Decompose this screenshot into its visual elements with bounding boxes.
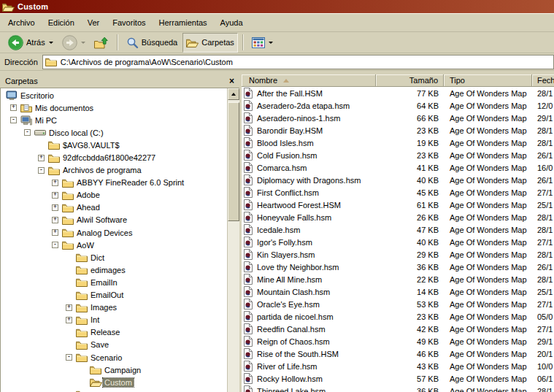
tree-item-images[interactable]: +Images <box>1 301 227 314</box>
tree-item-mi-pc[interactable]: -Mi PC <box>1 114 227 126</box>
file-row[interactable]: River of Life.hsm43 KBAge Of Wonders Map… <box>242 360 554 372</box>
collapse-icon[interactable]: - <box>52 242 58 248</box>
up-button[interactable] <box>91 33 112 53</box>
collapse-icon[interactable]: - <box>10 117 17 123</box>
expand-icon[interactable]: + <box>52 229 58 236</box>
expand-icon[interactable]: + <box>52 217 58 223</box>
file-name-cell[interactable]: Mountain Clash.hsm <box>242 286 376 297</box>
file-row[interactable]: Thinreed Lake.hsm36 KBAge Of Wonders Map… <box>242 385 554 392</box>
scroll-up-button[interactable] <box>228 88 239 100</box>
file-name-cell[interactable]: Barondir Bay.HSM <box>242 125 376 136</box>
tree-scrollbar[interactable] <box>227 88 239 392</box>
file-name-cell[interactable]: Love thy Neighbor.hsm <box>242 261 376 272</box>
file-row[interactable]: partida de nicoel.hsm23 KBAge Of Wonders… <box>242 310 554 323</box>
file-name-cell[interactable]: Honeyvale Falls.hsm <box>242 212 376 223</box>
tree-item-ahead[interactable]: +Ahead <box>1 201 227 214</box>
tree-item-alwil-software[interactable]: +Alwil Software <box>1 214 227 226</box>
file-row[interactable]: Honeyvale Falls.hsm26 KBAge Of Wonders M… <box>242 211 554 223</box>
title-bar[interactable]: Custom <box>0 0 554 13</box>
tree-item-mis-documentos[interactable]: +Mis documentos <box>1 101 227 114</box>
expand-icon[interactable]: + <box>52 204 58 211</box>
file-row[interactable]: Comarca.hsm41 KBAge Of Wonders Map16/0 <box>242 161 554 174</box>
close-icon[interactable]: × <box>229 77 234 85</box>
tree-item-archivos-de-programa[interactable]: -Archivos de programa <box>1 164 227 177</box>
file-row[interactable]: Blood Isles.hsm19 KBAge Of Wonders Map28… <box>242 137 554 149</box>
forward-dropdown-icon[interactable] <box>81 42 85 44</box>
file-name-cell[interactable]: Comarca.hsm <box>242 162 376 173</box>
search-button[interactable]: Búsqueda <box>123 33 182 53</box>
menu-item-ver[interactable]: Ver <box>81 16 107 29</box>
expand-icon[interactable]: + <box>10 104 17 111</box>
file-name-cell[interactable]: partida de nicoel.hsm <box>242 311 376 322</box>
tree-item-emailout[interactable]: EmailOut <box>1 289 227 301</box>
file-row[interactable]: Cold Fusion.hsm23 KBAge Of Wonders Map26… <box>242 149 554 161</box>
menu-item-ayuda[interactable]: Ayuda <box>214 16 250 29</box>
file-name-cell[interactable]: Blood Isles.hsm <box>242 137 376 148</box>
file-row[interactable]: Reign of Chaos.hsm49 KBAge Of Wonders Ma… <box>242 335 554 347</box>
tree-item-release[interactable]: Release <box>1 326 227 339</box>
tree-item-92dfccbdda6f1800e42277[interactable]: +92dfccbdda6f1800e42277 <box>1 151 227 164</box>
back-button[interactable]: Atrás <box>4 33 57 53</box>
file-row[interactable]: Diplomacy with Dragons.hsm40 KBAge Of Wo… <box>242 174 554 186</box>
file-row[interactable]: Kin Slayers.hsm29 KBAge Of Wonders Map28… <box>242 248 554 261</box>
menu-item-herramientas[interactable]: Herramientas <box>153 16 214 29</box>
file-name-cell[interactable]: Aseradero-2da etapa.hsm <box>242 100 376 111</box>
file-name-cell[interactable]: Cold Fusion.hsm <box>242 150 376 161</box>
file-row[interactable]: Mine All Mine.hsm22 KBAge Of Wonders Map… <box>242 273 554 285</box>
column-header-fech[interactable]: Fech <box>532 74 554 87</box>
views-button[interactable] <box>248 33 277 53</box>
file-row[interactable]: Aseradero-2da etapa.hsm64 KBAge Of Wonde… <box>242 99 554 112</box>
collapse-icon[interactable]: - <box>66 354 72 361</box>
tree-item-analog-devices[interactable]: +Analog Devices <box>1 226 227 239</box>
tree-item-abbyy-finereader-6-0-sprint[interactable]: +ABBYY FineReader 6.0 Sprint <box>1 177 227 189</box>
expand-icon[interactable]: + <box>52 180 58 186</box>
menu-item-archivo[interactable]: Archivo <box>1 16 42 29</box>
tree-item-emailin[interactable]: EmailIn <box>1 276 227 288</box>
tree-item-edimages[interactable]: edimages <box>1 264 227 276</box>
tree-item-disco-local-c-[interactable]: -Disco local (C:) <box>1 126 227 139</box>
file-row[interactable]: Oracle's Eye.hsm53 KBAge Of Wonders Map2… <box>242 298 554 310</box>
collapse-icon[interactable]: - <box>24 129 31 136</box>
tree-item-partial[interactable] <box>1 388 227 392</box>
tree-item-scenario[interactable]: -Scenario <box>1 351 227 364</box>
tree-item-custom[interactable]: Custom <box>1 376 227 388</box>
tree-item-save[interactable]: Save <box>1 339 227 351</box>
expand-icon[interactable]: + <box>66 304 72 311</box>
file-name-cell[interactable]: Reign of Chaos.hsm <box>242 336 376 347</box>
file-name-cell[interactable]: Rocky Hollow.hsm <box>242 373 376 384</box>
file-row[interactable]: Icedale.hsm47 KBAge Of Wonders Map28/1 <box>242 223 554 236</box>
file-name-cell[interactable]: After the Fall.HSM <box>242 88 376 99</box>
file-row[interactable]: Aseradero-ninos-1.hsm66 KBAge Of Wonders… <box>242 112 554 124</box>
file-name-cell[interactable]: Aseradero-ninos-1.hsm <box>242 112 376 123</box>
menu-item-edicin[interactable]: Edición <box>42 16 81 29</box>
column-header-nombre[interactable]: Nombre <box>242 74 376 87</box>
expand-icon[interactable]: + <box>38 155 45 161</box>
file-name-cell[interactable]: Rise of the South.HSM <box>242 348 376 359</box>
expand-icon[interactable]: + <box>52 192 58 199</box>
tree-item--avg8-vault-[interactable]: $AVG8.VAULT$ <box>1 139 227 151</box>
expand-icon[interactable]: + <box>66 317 72 323</box>
tree-item-dict[interactable]: Dict <box>1 251 227 264</box>
collapse-icon[interactable]: - <box>38 167 45 174</box>
file-name-cell[interactable]: River of Life.hsm <box>242 361 376 372</box>
address-input[interactable]: C:\Archivos de programa\AoW\Scenario\Cus… <box>42 55 554 69</box>
file-row[interactable]: Igor's Folly.hsm40 KBAge Of Wonders Map2… <box>242 236 554 248</box>
folders-button[interactable]: Carpetas <box>182 33 238 53</box>
back-dropdown-icon[interactable] <box>49 42 53 44</box>
column-header-tipo[interactable]: Tipo <box>444 74 532 87</box>
file-row[interactable]: Love thy Neighbor.hsm36 KBAge Of Wonders… <box>242 261 554 273</box>
menu-item-favoritos[interactable]: Favoritos <box>106 16 152 29</box>
file-name-cell[interactable]: Kin Slayers.hsm <box>242 249 376 260</box>
file-row[interactable]: Rocky Hollow.hsm57 KBAge Of Wonders Map0… <box>242 372 554 385</box>
file-name-cell[interactable]: Icedale.hsm <box>242 224 376 235</box>
tree-item-adobe[interactable]: +Adobe <box>1 189 227 201</box>
file-name-cell[interactable]: Mine All Mine.hsm <box>242 274 376 285</box>
tree-item-int[interactable]: +Int <box>1 314 227 326</box>
file-name-cell[interactable]: Thinreed Lake.hsm <box>242 385 376 392</box>
tree-item-aow[interactable]: -AoW <box>1 239 227 251</box>
scrollbar-thumb[interactable] <box>228 102 239 221</box>
tree-item-escritorio[interactable]: Escritorio <box>1 89 227 101</box>
file-row[interactable]: First Conflict.hsm45 KBAge Of Wonders Ma… <box>242 186 554 199</box>
file-name-cell[interactable]: Reedfin Canal.hsm <box>242 323 376 334</box>
file-name-cell[interactable]: Oracle's Eye.hsm <box>242 299 376 310</box>
